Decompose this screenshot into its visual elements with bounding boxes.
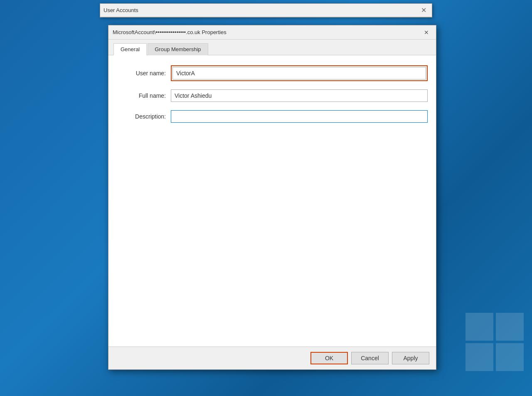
- inner-dialog-title: MicrosoftAccount\••••••••••••••••.co.uk …: [113, 29, 227, 35]
- username-input-wrapper: [171, 65, 428, 81]
- dialog-footer: OK Cancel Apply: [108, 346, 436, 369]
- inner-dialog-close-button[interactable]: ✕: [421, 27, 432, 38]
- tab-general[interactable]: General: [113, 43, 147, 55]
- tabs-bar: General Group Membership: [108, 40, 436, 55]
- tab-group-membership[interactable]: Group Membership: [148, 43, 208, 55]
- username-input[interactable]: [172, 67, 426, 79]
- description-input-wrapper: [171, 110, 428, 123]
- cancel-button[interactable]: Cancel: [351, 352, 389, 364]
- description-input[interactable]: [171, 110, 428, 123]
- win-tile-4: [496, 343, 524, 371]
- outer-dialog-close-button[interactable]: ✕: [419, 5, 429, 15]
- outer-dialog-title: User Accounts: [103, 7, 138, 13]
- fullname-label: Full name:: [117, 92, 171, 99]
- ok-button[interactable]: OK: [310, 352, 348, 364]
- windows-logo-decoration: [441, 271, 532, 396]
- win-tile-1: [466, 313, 493, 341]
- fullname-row: Full name:: [117, 89, 428, 102]
- win-tile-3: [466, 343, 493, 371]
- apply-button[interactable]: Apply: [392, 352, 429, 364]
- outer-dialog: User Accounts ✕: [100, 3, 432, 17]
- fullname-input[interactable]: [171, 89, 428, 102]
- description-label: Description:: [117, 113, 171, 120]
- username-label: User name:: [117, 70, 171, 77]
- win-tile-2: [496, 313, 524, 341]
- inner-dialog-titlebar: MicrosoftAccount\••••••••••••••••.co.uk …: [108, 25, 436, 40]
- description-row: Description:: [117, 110, 428, 123]
- inner-dialog: MicrosoftAccount\••••••••••••••••.co.uk …: [108, 25, 436, 370]
- dialog-content: User name: Full name: Description:: [108, 55, 436, 346]
- username-row: User name:: [117, 65, 428, 81]
- outer-dialog-titlebar: User Accounts ✕: [100, 4, 432, 17]
